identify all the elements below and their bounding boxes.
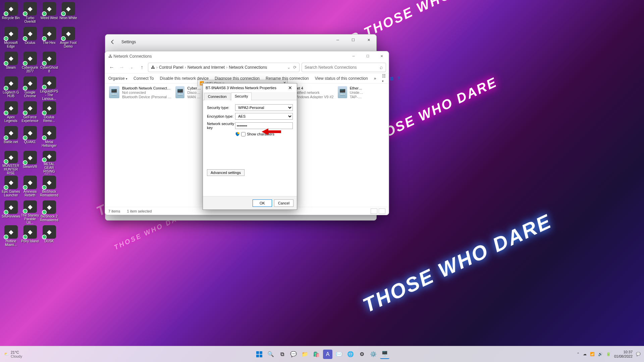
desktop-icon-label: Logitech G HUB <box>2 90 20 98</box>
tray-network-icon[interactable]: 📶 <box>590 352 595 356</box>
dialog-titlebar[interactable]: BT-9NAHS6 3 Wireless Network Properties … <box>203 83 297 92</box>
ok-button[interactable]: OK <box>253 199 272 207</box>
toolbar-organise[interactable]: Organise ▾ <box>108 76 127 81</box>
close-button[interactable]: ✕ <box>286 85 294 90</box>
desktop-icon[interactable]: ◆✓Weird West <box>40 2 59 25</box>
tray-battery-icon[interactable]: 🔋 <box>606 352 611 356</box>
connection-item[interactable]: 🖥️CyberGh...Disconn...WAN Mi... <box>175 85 202 100</box>
taskbar-clock[interactable]: 10:37 01/08/2022 <box>614 350 633 359</box>
app-icon: ◆✓ <box>43 2 56 15</box>
desktop-icon[interactable]: ◆✓Apex Legends <box>1 101 20 125</box>
desktop-icon[interactable]: ◆✓Recycle Bin <box>1 2 20 25</box>
preview-pane-icon[interactable]: ▥ <box>390 76 393 81</box>
nav-forward-button[interactable]: → <box>118 63 126 71</box>
desktop-icon[interactable]: ◆✓CyberGhost 8 <box>40 52 59 75</box>
network-key-input[interactable] <box>235 122 293 129</box>
help-icon[interactable]: ? <box>397 76 400 81</box>
nav-up-button[interactable]: ↑ <box>138 63 146 71</box>
desktop-icon[interactable]: ◆✓SifuReviews <box>1 200 20 224</box>
notifications-icon[interactable]: 💬 <box>636 352 641 356</box>
task-view-button[interactable]: ⧉ <box>277 350 287 359</box>
file-explorer-button[interactable]: 📁 <box>300 350 310 359</box>
desktop-icon[interactable]: ◆✓DUSK <box>40 225 59 249</box>
desktop-icon[interactable]: ◆✓Cyberpunk 2077 <box>20 52 40 75</box>
desktop-icon[interactable]: ◆✓BioShock Remastered <box>40 176 59 199</box>
minimize-button[interactable]: ─ <box>346 51 361 61</box>
view-details-button[interactable] <box>371 208 377 214</box>
tray-overflow-icon[interactable]: ⌃ <box>577 352 580 356</box>
nc-titlebar[interactable]: 🖧 Network Connections ─ ☐ ✕ <box>105 51 389 61</box>
tray-onedrive-icon[interactable]: ☁ <box>583 352 587 356</box>
tray-volume-icon[interactable]: 🔊 <box>598 352 603 356</box>
desktop-icon[interactable]: ◆✓Anger Foot Demo <box>59 27 78 50</box>
running-app-button[interactable]: 🖥️ <box>380 350 389 359</box>
chrome-button[interactable]: 🌐 <box>346 350 355 359</box>
desktop-icon[interactable]: ◆✓Battle.net <box>1 126 20 149</box>
desktop-icon[interactable]: ◆✓The Hex <box>40 27 59 50</box>
app-icon: ◆✓ <box>4 27 18 40</box>
steam-button[interactable]: ⚙ <box>357 350 367 359</box>
store-button[interactable]: 🛍️ <box>312 350 321 359</box>
desktop-icon[interactable]: ◆✓Pony Island <box>20 225 40 249</box>
cancel-button[interactable]: Cancel <box>274 199 293 207</box>
connection-item[interactable]: 🖥️Bluetooth Network ConnectionNot connec… <box>108 85 172 100</box>
desktop-icon[interactable]: ◆✓Hotline Miami... <box>1 225 20 249</box>
desktop-icon[interactable]: ◆✓Steam <box>1 52 20 75</box>
breadcrumb[interactable]: Control Panel <box>159 65 183 70</box>
desktop-icon-label: SifuReviews <box>2 215 20 218</box>
view-options-icon[interactable]: ☷ ▾ <box>382 74 386 83</box>
desktop-icon[interactable]: ◆✓Oculus Remo... <box>40 101 59 125</box>
desktop-icon[interactable]: ◆✓SteamVR <box>20 151 40 174</box>
close-button[interactable]: ✕ <box>375 51 389 61</box>
desktop-icon[interactable]: ◆✓BioShock 2 Remastered <box>40 200 59 224</box>
desktop-icon[interactable]: ◆✓Logitech G HUB <box>1 76 20 100</box>
toolbar-more[interactable]: » <box>374 76 376 81</box>
desktop-icon[interactable]: ◆✓LinguistFPS - The Langua... <box>40 76 59 100</box>
desktop-icon[interactable]: ◆✓GeForce Experience <box>20 101 40 125</box>
desktop-icon[interactable]: ◆✓METAL GEAR RISING REV... <box>40 151 59 174</box>
settings-button[interactable]: ⚙️ <box>369 350 378 359</box>
desktop-icon[interactable]: ◆✓Google Chrome <box>20 76 40 100</box>
desktop-icon[interactable]: ◆✓MONSTER HUNTER RISE <box>1 151 20 174</box>
refresh-icon[interactable]: ⟳ <box>293 65 297 70</box>
toolbar-view-status[interactable]: View status of this connection <box>315 76 368 81</box>
encryption-type-select[interactable]: AES <box>235 113 293 120</box>
desktop-icon[interactable]: ◆✓QUAKE <box>20 126 40 149</box>
search-box[interactable]: ⌕ <box>302 63 386 72</box>
breadcrumb[interactable]: Network Connections <box>229 65 267 70</box>
maximize-button[interactable]: ☐ <box>345 35 361 45</box>
desktop-icon[interactable]: ◆✓Metal Hellsinger <box>40 126 59 149</box>
desktop-icon[interactable]: ◆✓The Stanley Parable Ult... <box>20 200 40 224</box>
mail-button[interactable]: ✉️ <box>334 350 344 359</box>
search-icon[interactable]: ⌕ <box>380 64 383 70</box>
taskbar-weather[interactable]: ⛅ 21°C Cloudy <box>4 350 22 358</box>
search-button[interactable]: 🔍 <box>266 350 275 359</box>
close-button[interactable]: ✕ <box>361 35 376 45</box>
advanced-settings-button[interactable]: Advanced settings <box>207 169 245 176</box>
address-bar[interactable]: 🖧 › Control Panel › Network and Internet… <box>148 63 300 72</box>
connection-item[interactable]: 🖥️Ethernet...Unidenti...TAP-Win... <box>337 85 364 100</box>
dropdown-icon[interactable]: ⌄ <box>287 65 290 70</box>
security-type-select[interactable]: WPA2-Personal <box>235 104 293 111</box>
desktop-icon[interactable]: ◆✓Epic Games Launcher <box>1 176 20 199</box>
desktop-icon[interactable]: ◆✓Microsoft Edge <box>1 27 20 50</box>
tab-security[interactable]: Security <box>231 93 252 100</box>
nav-back-button[interactable]: ← <box>108 63 116 71</box>
desktop-icon[interactable]: ◆✓Amnesia Rebirth <box>20 176 40 199</box>
nav-recent-button[interactable]: ⌄ <box>128 63 136 71</box>
desktop-icon[interactable]: ◆✓Oculus <box>20 27 40 50</box>
search-input[interactable] <box>305 65 380 70</box>
start-button[interactable] <box>255 350 264 359</box>
desktop-icon[interactable]: ◆✓Neon White <box>59 2 78 25</box>
app-button[interactable]: A <box>323 350 332 359</box>
back-icon[interactable] <box>109 39 116 45</box>
tab-connection[interactable]: Connection <box>204 93 230 101</box>
maximize-button[interactable]: ☐ <box>361 51 375 61</box>
view-icons-button[interactable] <box>379 208 385 214</box>
breadcrumb[interactable]: Network and Internet <box>187 65 225 70</box>
chat-button[interactable]: 💬 <box>289 350 298 359</box>
minimize-button[interactable]: ─ <box>330 35 345 45</box>
show-characters-checkbox[interactable] <box>241 132 246 136</box>
toolbar-connect-to[interactable]: Connect To <box>133 76 154 81</box>
desktop-icon[interactable]: ◆✓Turbo Overkill <box>20 2 40 25</box>
